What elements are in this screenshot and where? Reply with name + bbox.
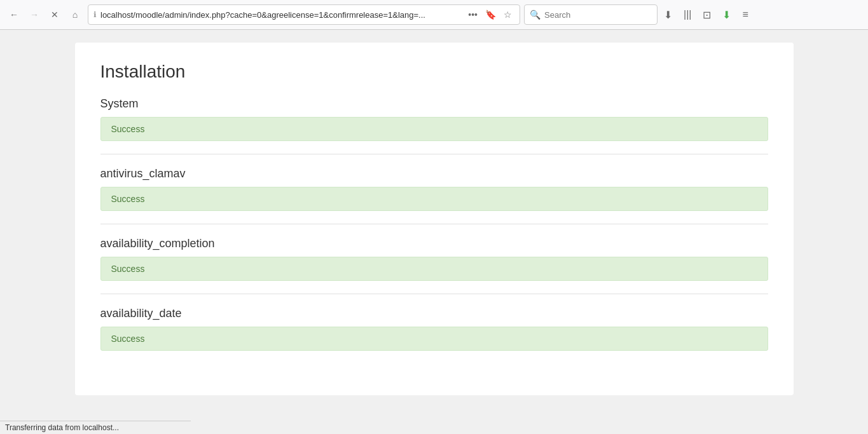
browser-chrome: ← → ✕ ⌂ ℹ localhost/moodle/admin/index.p… <box>0 0 868 30</box>
right-icons: ⬇ ||| ⊡ ⬇ ≡ <box>661 6 751 24</box>
download-icon[interactable]: ⬇ <box>661 6 675 24</box>
lock-icon: ℹ <box>93 10 97 19</box>
url-text: localhost/moodle/admin/index.php?cache=0… <box>100 10 462 20</box>
availability-completion-section-status: Success <box>100 257 768 281</box>
availability-date-section-status: Success <box>100 327 768 351</box>
availability-completion-section: availability_completionSuccess <box>100 237 768 294</box>
status-text: Transferring data from localhost... <box>5 423 119 432</box>
more-button[interactable]: ••• <box>465 8 480 21</box>
back-button[interactable]: ← <box>5 6 23 24</box>
system-section: SystemSuccess <box>100 97 768 154</box>
availability-completion-section-title: availability_completion <box>100 237 768 250</box>
close-button[interactable]: ✕ <box>46 6 64 24</box>
antivirus-section: antivirus_clamavSuccess <box>100 167 768 224</box>
address-bar[interactable]: ℹ localhost/moodle/admin/index.php?cache… <box>88 4 520 25</box>
page-wrapper: Installation SystemSuccessantivirus_clam… <box>0 30 868 434</box>
availability-date-section-title: availability_date <box>100 307 768 320</box>
sections-container: SystemSuccessantivirus_clamavSuccessavai… <box>100 97 768 363</box>
antivirus-section-title: antivirus_clamav <box>100 167 768 180</box>
page-title: Installation <box>100 62 768 82</box>
home-button[interactable]: ⌂ <box>66 6 84 24</box>
system-section-status: Success <box>100 117 768 141</box>
bookmark-button[interactable]: 🔖 <box>483 8 499 21</box>
library-icon[interactable]: ||| <box>681 6 694 23</box>
antivirus-section-status: Success <box>100 187 768 211</box>
browser-toolbar: ← → ✕ ⌂ ℹ localhost/moodle/admin/index.p… <box>0 0 868 29</box>
sync-icon[interactable]: ⊡ <box>700 6 713 24</box>
menu-icon[interactable]: ≡ <box>740 6 750 23</box>
system-section-title: System <box>100 97 768 111</box>
address-bar-actions: ••• 🔖 ☆ <box>465 8 514 21</box>
search-input[interactable] <box>544 10 652 20</box>
search-icon: 🔍 <box>530 10 541 20</box>
forward-button[interactable]: → <box>25 6 43 24</box>
search-bar[interactable]: 🔍 <box>524 4 658 25</box>
star-button[interactable]: ☆ <box>501 8 514 21</box>
availability-date-section: availability_dateSuccess <box>100 307 768 363</box>
install-icon[interactable]: ⬇ <box>720 6 733 24</box>
nav-buttons: ← → ✕ ⌂ <box>5 6 84 24</box>
content-card: Installation SystemSuccessantivirus_clam… <box>75 43 794 395</box>
status-bar: Transferring data from localhost... <box>0 421 191 434</box>
